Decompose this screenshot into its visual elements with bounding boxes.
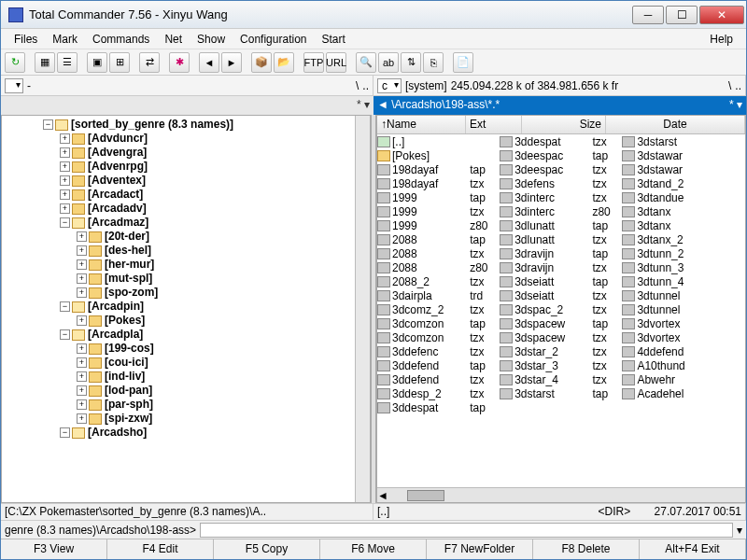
file-row[interactable]: 3dinterctzx — [500, 190, 622, 204]
file-row[interactable]: 3ddefenctzx — [377, 344, 500, 358]
sync-icon[interactable]: ⇅ — [401, 52, 421, 73]
search-icon[interactable]: 🔍 — [356, 52, 376, 73]
file-row[interactable]: 1999tap — [377, 190, 500, 204]
file-row[interactable]: 2088tap — [377, 232, 500, 246]
tree-item[interactable]: +[Adventex] — [6, 174, 353, 188]
file-row[interactable]: 3dtunnel — [622, 302, 744, 316]
file-row[interactable]: 3dtand_2 — [622, 176, 744, 190]
menu-start[interactable]: Start — [314, 31, 352, 48]
close-button[interactable]: ✕ — [699, 6, 744, 24]
tree-item[interactable]: +[her-mur] — [6, 258, 353, 272]
file-row[interactable]: 3dstar_2tzx — [500, 344, 622, 358]
file-row[interactable]: 3dlunatttzx — [500, 232, 622, 246]
tree-item[interactable]: +[20t-der] — [6, 230, 353, 244]
back-icon[interactable]: ◄ — [199, 52, 219, 73]
pack-icon[interactable]: 📦 — [251, 52, 272, 73]
unpack-icon[interactable]: 📂 — [274, 52, 294, 73]
column-header[interactable]: ↑Name Ext Size Date — [377, 116, 745, 134]
file-row[interactable]: 3dtunnel — [622, 288, 744, 302]
file-row[interactable]: 3dairplatrd — [377, 288, 500, 302]
file-row[interactable]: 1999tzx — [377, 204, 500, 218]
file-row[interactable]: 3dtunn_4 — [622, 274, 744, 288]
refresh-icon[interactable]: ↻ — [5, 52, 25, 73]
tree-item[interactable]: +[spo-zom] — [6, 286, 353, 300]
tree-item[interactable]: −[Arcadsho] — [6, 426, 353, 440]
file-row[interactable]: 3dstawar — [622, 162, 744, 176]
f3-view[interactable]: F3 View — [1, 539, 107, 559]
file-row[interactable]: 3defenstzx — [500, 176, 622, 190]
menu-files[interactable]: Files — [7, 31, 45, 48]
file-row[interactable]: 3dstawar — [622, 148, 744, 162]
f4-edit[interactable]: F4 Edit — [107, 539, 214, 559]
file-row[interactable]: [Pokes] — [377, 148, 500, 162]
file-row[interactable]: 1999z80 — [377, 218, 500, 232]
file-row[interactable]: 3dtanx — [622, 218, 744, 232]
tree-item[interactable]: +[Pokes] — [6, 314, 353, 328]
file-row[interactable]: 3dtanx — [622, 204, 744, 218]
scrollbar-bottom[interactable]: ◄ — [377, 487, 745, 502]
menu-configuration[interactable]: Configuration — [233, 31, 314, 48]
tree-view[interactable]: −[sorted_by_genre (8.3 names)]+[Advduncr… — [2, 116, 355, 502]
tree-item[interactable]: −[Arcadmaz] — [6, 216, 353, 230]
file-row[interactable]: 3dstarsttap — [500, 386, 622, 400]
file-row[interactable]: 3dravijntap — [500, 246, 622, 260]
file-row[interactable]: 3dlunatttap — [500, 218, 622, 232]
thumbs-icon[interactable]: ▣ — [87, 52, 107, 73]
file-row[interactable]: 3dtanx_2 — [622, 232, 744, 246]
minimize-button[interactable]: ─ — [632, 6, 664, 24]
root-left-icon[interactable]: \ — [356, 79, 359, 92]
path-left[interactable]: * ▾ — [1, 96, 374, 115]
file-row[interactable]: 3dravijntzx — [500, 260, 622, 274]
tree-item[interactable]: +[Arcadact] — [6, 188, 353, 202]
file-row[interactable]: Acadehel — [622, 386, 744, 400]
file-row[interactable]: 3dstar_4tzx — [500, 372, 622, 386]
menu-commands[interactable]: Commands — [85, 31, 157, 48]
command-input[interactable] — [200, 523, 733, 538]
view-full-icon[interactable]: ☰ — [57, 52, 78, 73]
maximize-button[interactable]: ☐ — [666, 6, 698, 24]
file-row[interactable]: [..] — [377, 134, 500, 148]
file-row[interactable]: 198dayaftap — [377, 162, 500, 176]
multirename-icon[interactable]: ab — [378, 52, 399, 73]
file-row[interactable]: Abwehr — [622, 372, 744, 386]
tree-item[interactable]: +[ind-liv] — [6, 370, 353, 384]
file-row[interactable]: 3dtandue — [622, 190, 744, 204]
file-row[interactable]: 3deespactap — [500, 148, 622, 162]
tree-item[interactable]: −[Arcadpla] — [6, 328, 353, 342]
file-row[interactable]: 3dspac_2tzx — [500, 302, 622, 316]
file-row[interactable]: 3dtunn_2 — [622, 246, 744, 260]
tree-item[interactable]: +[Advenrpg] — [6, 160, 353, 174]
file-row[interactable]: 3dvortex — [622, 330, 744, 344]
file-row[interactable]: 2088_2tzx — [377, 274, 500, 288]
tree-item[interactable]: +[des-hel] — [6, 244, 353, 258]
file-row[interactable]: 3ddefendtzx — [377, 372, 500, 386]
tree-item[interactable]: +[Advengra] — [6, 146, 353, 160]
file-list[interactable]: [..][Pokes]198dayaftap198dayaftzx1999tap… — [377, 134, 745, 487]
path-right[interactable]: ◄ \Arcadsho\198-ass\*.** ▾ — [374, 96, 746, 115]
file-row[interactable]: A10thund — [622, 358, 744, 372]
file-row[interactable]: 198dayaftzx — [377, 176, 500, 190]
up-right-icon[interactable]: .. — [735, 79, 741, 92]
menu-help[interactable]: Help — [702, 31, 740, 48]
file-row[interactable]: 3dvortex — [622, 316, 744, 330]
ftp-icon[interactable]: FTP — [303, 52, 324, 73]
tree-item[interactable]: +[Arcadadv] — [6, 202, 353, 216]
drive-select-left[interactable] — [5, 78, 23, 93]
scrollbar-left[interactable] — [355, 116, 370, 502]
star-icon[interactable]: ✱ — [169, 52, 190, 73]
file-row[interactable]: 3ddesp_2tzx — [377, 386, 500, 400]
menu-net[interactable]: Net — [157, 31, 190, 48]
file-row[interactable]: 3dintercz80 — [500, 204, 622, 218]
menu-show[interactable]: Show — [190, 31, 233, 48]
file-row[interactable]: 3dseiatttzx — [500, 288, 622, 302]
forward-icon[interactable]: ► — [221, 52, 242, 73]
file-row[interactable]: 2088z80 — [377, 260, 500, 274]
copy-icon[interactable]: ⎘ — [423, 52, 444, 73]
file-row[interactable]: 3ddespattap — [377, 400, 500, 414]
tree-item[interactable]: +[par-sph] — [6, 398, 353, 412]
file-row[interactable]: 3dstar_3tzx — [500, 358, 622, 372]
file-row[interactable]: 3dspacewtap — [500, 316, 622, 330]
tree-item[interactable]: +[lod-pan] — [6, 384, 353, 398]
tree-item[interactable]: +[Advduncr] — [6, 132, 353, 146]
drive-select-right[interactable]: c — [377, 78, 402, 93]
